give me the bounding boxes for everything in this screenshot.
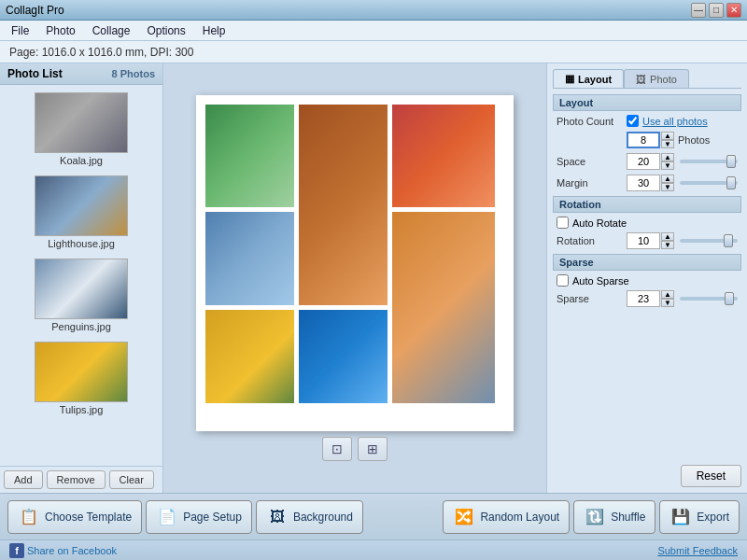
- rotation-row: Rotation ▲ ▼: [553, 232, 741, 249]
- photo-list-count: 8 Photos: [112, 68, 155, 79]
- menu-file[interactable]: File: [4, 22, 36, 39]
- tab-layout[interactable]: ▦ Layout: [553, 69, 624, 88]
- margin-slider-thumb: [726, 176, 736, 189]
- photo-count-down[interactable]: ▼: [661, 140, 674, 148]
- photo-count-up[interactable]: ▲: [661, 132, 674, 140]
- sparse-up[interactable]: ▲: [661, 290, 674, 299]
- rotation-down[interactable]: ▼: [661, 241, 674, 249]
- shuffle-button[interactable]: 🔃 Shuffle: [573, 500, 655, 534]
- choose-template-icon: 📋: [18, 506, 40, 528]
- auto-rotate-label: Auto Rotate: [572, 217, 627, 229]
- rotation-up[interactable]: ▲: [661, 232, 674, 241]
- space-down[interactable]: ▼: [661, 161, 674, 170]
- sparse-section-label: Sparse: [553, 254, 741, 271]
- photo-count-input[interactable]: [627, 132, 660, 148]
- space-slider[interactable]: [680, 160, 738, 163]
- status-bar: f Share on Facebook Submit Feedback: [0, 539, 747, 560]
- background-label: Background: [293, 511, 353, 524]
- list-item[interactable]: Penguins.jpg: [4, 255, 159, 336]
- background-button[interactable]: 🖼 Background: [256, 500, 363, 534]
- fit-canvas-button[interactable]: ⊡: [322, 437, 352, 461]
- list-item[interactable]: Koala.jpg: [4, 89, 159, 170]
- collage-cell-1: [205, 105, 294, 207]
- photo-list-scroll[interactable]: Koala.jpg Lighthouse.jpg Penguins.jpg Tu…: [0, 85, 162, 466]
- random-layout-icon: 🔀: [453, 506, 475, 528]
- photo-list-panel: Photo List 8 Photos Koala.jpg Lighthouse…: [0, 63, 163, 493]
- photo-filename: Penguins.jpg: [51, 321, 111, 332]
- background-icon: 🖼: [266, 506, 289, 528]
- menu-help[interactable]: Help: [195, 22, 233, 39]
- random-layout-button[interactable]: 🔀 Random Layout: [443, 500, 570, 534]
- title-bar: CollagIt Pro — □ ✕: [0, 0, 747, 21]
- photo-tab-icon: 🖼: [636, 74, 646, 85]
- space-up[interactable]: ▲: [661, 153, 674, 161]
- photos-suffix: Photos: [678, 134, 710, 146]
- info-bar: Page: 1016.0 x 1016.0 mm, DPI: 300: [0, 41, 747, 63]
- export-icon: 💾: [669, 506, 692, 528]
- margin-slider[interactable]: [680, 181, 738, 185]
- submit-feedback-link[interactable]: Submit Feedback: [657, 545, 738, 556]
- photo-list-title: Photo List: [7, 67, 63, 80]
- rotation-slider[interactable]: [680, 239, 738, 243]
- rotation-section-label: Rotation: [553, 196, 741, 213]
- collage-cell-6: [205, 310, 294, 403]
- remove-photo-button[interactable]: Remove: [47, 470, 106, 489]
- minimize-button[interactable]: —: [691, 3, 706, 18]
- sparse-label: Sparse: [557, 293, 627, 304]
- menu-options[interactable]: Options: [139, 22, 192, 39]
- photo-thumbnail: [35, 175, 128, 236]
- page-setup-icon: 📄: [156, 506, 178, 528]
- menu-bar: File Photo Collage Options Help: [0, 21, 747, 41]
- photo-filename: Lighthouse.jpg: [48, 238, 115, 249]
- page-info: Page: 1016.0 x 1016.0 mm, DPI: 300: [9, 46, 193, 59]
- auto-rotate-checkbox[interactable]: [557, 217, 569, 229]
- facebook-label: Share on Facebook: [27, 545, 117, 556]
- close-button[interactable]: ✕: [726, 3, 741, 18]
- space-row: Space ▲ ▼: [553, 153, 741, 170]
- sparse-input[interactable]: [627, 290, 660, 307]
- reset-button[interactable]: Reset: [681, 465, 741, 487]
- menu-photo[interactable]: Photo: [38, 22, 82, 39]
- page-setup-label: Page Setup: [183, 511, 242, 524]
- rotation-spinner: ▲ ▼: [661, 232, 674, 249]
- rotation-slider-thumb: [724, 234, 733, 247]
- auto-sparse-checkbox[interactable]: [557, 274, 569, 287]
- list-item[interactable]: Lighthouse.jpg: [4, 172, 159, 253]
- space-slider-thumb: [726, 155, 736, 168]
- collage-cell-3: [392, 105, 495, 207]
- margin-up[interactable]: ▲: [661, 175, 674, 183]
- margin-row: Margin ▲ ▼: [553, 175, 741, 191]
- photo-count-spinner: ▲ ▼: [661, 132, 674, 148]
- sparse-down[interactable]: ▼: [661, 299, 674, 307]
- rotation-input[interactable]: [627, 232, 660, 249]
- tab-photo[interactable]: 🖼 Photo: [624, 69, 689, 88]
- photo-list-buttons: Add Remove Clear: [0, 466, 162, 493]
- sparse-slider[interactable]: [680, 297, 738, 301]
- facebook-link[interactable]: f Share on Facebook: [9, 543, 117, 558]
- add-photo-button[interactable]: Add: [4, 470, 43, 489]
- grid-view-button[interactable]: ⊞: [358, 437, 388, 461]
- photo-thumbnail: [35, 342, 128, 402]
- auto-sparse-label: Auto Sparse: [572, 275, 629, 287]
- use-all-photos-label: Use all photos: [642, 116, 708, 127]
- photo-count-row: Photo Count Use all photos: [553, 115, 741, 127]
- export-button[interactable]: 💾 Export: [659, 500, 740, 534]
- use-all-photos-checkbox[interactable]: [627, 115, 639, 127]
- space-label: Space: [557, 156, 627, 167]
- menu-collage[interactable]: Collage: [85, 22, 138, 39]
- margin-down[interactable]: ▼: [661, 183, 674, 191]
- choose-template-button[interactable]: 📋 Choose Template: [7, 500, 142, 534]
- list-item[interactable]: Tulips.jpg: [4, 338, 159, 419]
- margin-spinner: ▲ ▼: [661, 175, 674, 191]
- collage-cell-4: [205, 212, 294, 305]
- layout-section-label: Layout: [553, 94, 741, 111]
- sparse-spinner: ▲ ▼: [661, 290, 674, 307]
- space-input[interactable]: [627, 153, 660, 170]
- margin-input[interactable]: [627, 175, 660, 191]
- page-setup-button[interactable]: 📄 Page Setup: [146, 500, 252, 534]
- photo-filename: Koala.jpg: [60, 155, 103, 166]
- clear-photos-button[interactable]: Clear: [109, 470, 154, 489]
- random-layout-label: Random Layout: [480, 511, 559, 524]
- layout-tab-icon: ▦: [565, 73, 574, 85]
- maximize-button[interactable]: □: [709, 3, 724, 18]
